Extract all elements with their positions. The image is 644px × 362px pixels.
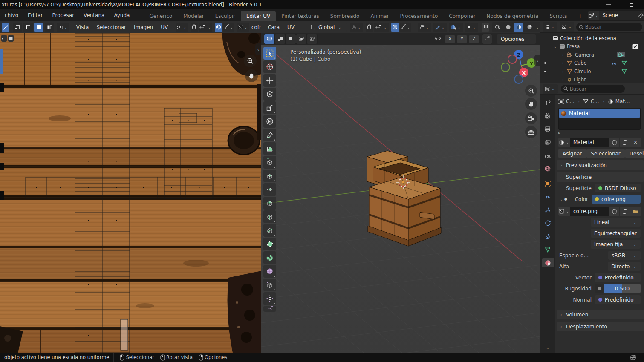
properties-search-input[interactable]: [570, 86, 622, 92]
interpolation-dropdown[interactable]: Lineal ⌄: [591, 218, 641, 227]
pivot-dropdown[interactable]: ⌄: [350, 23, 363, 32]
vp-menu-cara[interactable]: Cara: [264, 24, 283, 30]
uv-select-edge-button[interactable]: [23, 23, 33, 32]
gizmo-dropdown[interactable]: ⌄: [433, 23, 447, 32]
roughness-slider[interactable]: 0.500: [604, 284, 641, 293]
camera-data-icon[interactable]: [617, 52, 625, 57]
uv-edit-mode-icon[interactable]: [2, 23, 9, 32]
falloff-dropdown[interactable]: ⌄: [400, 23, 412, 32]
tool-spin[interactable]: [263, 251, 276, 264]
tab-modifiers[interactable]: [542, 192, 554, 201]
unlink-icon[interactable]: ×: [630, 138, 641, 147]
uv-menu-uv[interactable]: UV: [157, 24, 172, 30]
tab-modelar[interactable]: Modelar: [178, 11, 209, 21]
tab-esculpir[interactable]: Esculpir: [210, 11, 241, 21]
material-browse-dropdown[interactable]: ⌄: [558, 138, 570, 147]
tool-move[interactable]: [263, 74, 276, 87]
modifier-wrench-icon[interactable]: [611, 60, 617, 66]
color-texture-dropdown[interactable]: cofre.png: [592, 195, 641, 204]
uv-menu-vista[interactable]: Vista: [72, 24, 93, 30]
options-dropdown[interactable]: Opciones ⌄: [497, 34, 536, 44]
viewport-canvas[interactable]: Z Y X Personalizada (perspectiva) (1) Cu…: [261, 45, 540, 353]
scene-selector[interactable]: ⌄ Scene ×: [588, 11, 644, 20]
tool-transform[interactable]: [263, 115, 276, 128]
proportional-edit-toggle[interactable]: [391, 23, 399, 32]
visibility-dropdown[interactable]: ⌄: [418, 23, 431, 32]
normal-input[interactable]: Predefinido: [595, 295, 641, 304]
snap-target-dropdown[interactable]: ⌄: [374, 23, 389, 32]
tab-animar[interactable]: Animar: [365, 11, 394, 21]
outliner-display-mode-dropdown[interactable]: ⌄: [543, 22, 557, 32]
uv-sidebar-collapse-arrow[interactable]: ‹: [255, 43, 261, 55]
slot-list-expand-arrow[interactable]: ▸: [558, 131, 644, 135]
restore-button[interactable]: [622, 0, 642, 9]
object-breadcrumb-icon[interactable]: [558, 99, 564, 104]
tool-clipped[interactable]: [263, 306, 276, 312]
projection-dropdown[interactable]: Equirrectangular ⌄: [591, 229, 641, 238]
uv-snap-target-dropdown[interactable]: ⌄: [199, 23, 212, 32]
tool-smooth[interactable]: [263, 265, 276, 278]
add-workspace-button[interactable]: +: [573, 11, 588, 21]
outliner-row-light[interactable]: › Light: [540, 76, 644, 84]
chevron-right-icon[interactable]: ›: [561, 78, 565, 82]
panel-previsualizacion[interactable]: ›Previsualización: [557, 160, 644, 170]
uv-proportional-edit-toggle[interactable]: [215, 23, 222, 32]
uv-box-select-mode-buttons[interactable]: [1, 35, 14, 42]
outliner-search-input[interactable]: [585, 24, 640, 30]
tab-world[interactable]: [542, 164, 554, 173]
tool-select-box[interactable]: [263, 47, 276, 60]
chevron-right-icon[interactable]: ›: [561, 53, 565, 57]
mirror-z-button[interactable]: Z: [469, 35, 479, 43]
uv-image-name[interactable]: cofr: [249, 24, 261, 30]
vector-input[interactable]: Predefinido: [595, 273, 641, 282]
mirror-x-button[interactable]: X: [445, 35, 455, 43]
tool-cursor[interactable]: [263, 60, 276, 73]
uv-snap-magnet-icon[interactable]: [191, 23, 198, 32]
uv-falloff-dropdown[interactable]: ⌄: [223, 23, 234, 32]
tool-scale[interactable]: [263, 101, 276, 114]
shading-dropdown[interactable]: ⌄: [535, 25, 540, 29]
select-button[interactable]: Seleccionar: [586, 149, 624, 158]
uv-image-browse-dropdown[interactable]: ⌄: [237, 23, 249, 32]
shading-wireframe-button[interactable]: [493, 23, 502, 32]
tool-bevel[interactable]: [263, 197, 276, 210]
network-offline-icon[interactable]: [630, 354, 644, 361]
tab-nodos-geometria[interactable]: Nodos de geometría: [481, 11, 544, 21]
scene-name[interactable]: Scene: [599, 12, 638, 18]
tab-procesamiento[interactable]: Procesamiento: [395, 11, 444, 21]
fake-user-shield-icon[interactable]: [609, 138, 619, 147]
tab-editar-uv[interactable]: Editar UV: [241, 11, 276, 21]
mirror-y-button[interactable]: Y: [457, 35, 467, 43]
outliner-filter-dropdown[interactable]: ⌄: [560, 22, 574, 32]
shading-rendered-button[interactable]: [525, 23, 534, 32]
tool-inset-faces[interactable]: [263, 183, 276, 196]
chevron-right-icon[interactable]: ›: [561, 61, 565, 65]
outliner-row-scene-collection[interactable]: Colección de la escena: [540, 34, 644, 43]
xray-toggle[interactable]: [482, 23, 489, 32]
menu-window[interactable]: Ventana: [79, 9, 109, 21]
viewport-sidebar-collapse-arrow[interactable]: ‹: [534, 55, 540, 66]
shading-material-button[interactable]: [514, 23, 523, 32]
tab-object[interactable]: [542, 179, 554, 188]
tab-output[interactable]: [542, 124, 554, 134]
tab-render[interactable]: [542, 111, 554, 121]
snap-magnet-icon[interactable]: [366, 23, 373, 32]
tool-rotate[interactable]: [263, 88, 276, 101]
shading-solid-button[interactable]: [503, 23, 513, 32]
uv-menu-imagen[interactable]: Imagen: [130, 24, 157, 30]
panel-volumen[interactable]: ›Volumen: [557, 310, 644, 319]
uv-zoom-button[interactable]: [244, 55, 257, 67]
fake-user-shield-icon[interactable]: [609, 207, 619, 216]
tool-edge-slide[interactable]: [263, 279, 276, 291]
panel-desplazamiento[interactable]: ›Desplazamiento: [557, 322, 644, 331]
menu-edit[interactable]: Editar: [23, 9, 48, 21]
overlays-dropdown[interactable]: ⌄: [449, 23, 463, 32]
uv-select-island-button[interactable]: [45, 23, 54, 32]
outliner-row-camera[interactable]: › Camera: [540, 51, 644, 59]
tool-shrink-fatten[interactable]: [263, 292, 276, 305]
minimize-button[interactable]: [599, 0, 618, 9]
tab-componer[interactable]: Componer: [443, 11, 481, 21]
outliner-row-circulo[interactable]: › Círculo: [540, 67, 644, 76]
tool-poly-build[interactable]: [263, 238, 276, 250]
uv-pivot-dropdown[interactable]: ⌄: [176, 23, 188, 32]
